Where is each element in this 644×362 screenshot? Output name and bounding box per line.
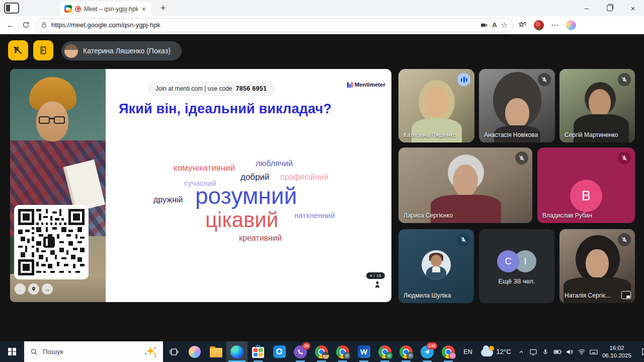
profile-letter: о — [385, 352, 393, 359]
overflow-tile[interactable]: C I Ещё 38 чел. — [479, 229, 554, 303]
taskbar-chrome-profile-1[interactable] — [311, 341, 332, 362]
outlook-icon: O — [273, 345, 286, 358]
favorites-bar-icon[interactable] — [518, 21, 527, 29]
tray-keyboard[interactable] — [588, 341, 600, 362]
door-icon — [39, 46, 48, 55]
wordcloud-word: добрий — [240, 173, 270, 182]
tray-expand-button[interactable] — [515, 341, 527, 362]
participant-name: Катерина Ляшенко — [404, 131, 456, 138]
taskbar-telegram[interactable]: 248 — [417, 341, 438, 362]
taskbar-viber[interactable]: 38 — [290, 341, 311, 362]
grid-slash-icon — [13, 45, 23, 55]
folder-icon — [210, 348, 222, 357]
mic-off-icon — [515, 152, 528, 165]
weather-widget[interactable]: 12°C — [477, 341, 515, 362]
address-bar[interactable]: https://meet.google.com/qsn-ygpj-hpk A ☆ — [35, 18, 513, 32]
search-placeholder: Пошук — [43, 348, 139, 355]
mentimeter-logo-icon — [347, 82, 353, 88]
restore-button[interactable] — [599, 0, 621, 16]
taskbar-edge[interactable] — [226, 341, 248, 362]
extension-button-attendance[interactable] — [8, 40, 28, 60]
presenter-name: Катерина Ляшенко (Показ) — [83, 47, 171, 55]
clock-time: 16:02 — [610, 344, 624, 351]
taskbar-chrome-profile-2[interactable]: л — [332, 341, 353, 362]
store-icon — [252, 347, 264, 358]
camera-in-use-icon[interactable] — [480, 21, 488, 29]
taskbar-word[interactable]: W — [353, 341, 374, 362]
notification-center-button[interactable]: 2 — [634, 341, 644, 362]
mic-off-icon — [457, 233, 470, 246]
participant-tile[interactable]: Людмила Шуліка — [398, 229, 474, 303]
taskbar-outlook[interactable]: O — [269, 341, 290, 362]
join-instructions: Join at menti.com | use code 7856 6951 — [149, 82, 273, 95]
taskbar-chrome-profile-3[interactable]: о — [374, 341, 395, 362]
tray-volume[interactable] — [564, 341, 576, 362]
wifi-icon — [578, 348, 586, 356]
taskbar-copilot[interactable] — [184, 341, 205, 362]
participant-tile[interactable]: Анастасія Новікова — [479, 69, 555, 142]
taskbar-store[interactable] — [248, 341, 269, 362]
start-button[interactable] — [0, 341, 24, 362]
tray-microphone[interactable] — [539, 341, 551, 362]
browser-toolbar: ← https://meet.google.com/qsn-ygpj-hpk A… — [0, 16, 644, 34]
taskbar-search[interactable]: Пошук — [24, 341, 163, 362]
browser-tab[interactable]: Meet – qsn-ygpj-hpk × — [60, 2, 151, 16]
chrome-icon: л — [336, 345, 349, 358]
pip-icon[interactable] — [621, 291, 631, 299]
taskbar-chrome-profile-4[interactable]: л — [395, 341, 417, 362]
back-button[interactable]: ← — [3, 18, 18, 32]
participant-tile[interactable]: Наталія Сергіє... — [559, 229, 635, 303]
task-view-icon — [169, 347, 179, 357]
participant-name: Владислав Рубан — [542, 212, 592, 219]
participant-tile[interactable]: Сергій Мартиненко — [559, 69, 635, 142]
tray-wifi[interactable] — [576, 341, 588, 362]
wordcloud-word: люблячий — [256, 159, 293, 168]
slide-pointer-button[interactable] — [28, 283, 39, 295]
browser-titlebar: Meet – qsn-ygpj-hpk × + – × — [0, 0, 644, 16]
mentimeter-logo-text: Mentimeter — [355, 82, 385, 88]
participant-name: Лариса Сергієнко — [404, 212, 453, 219]
tab-title: Meet – qsn-ygpj-hpk — [84, 6, 138, 13]
participant-tile[interactable]: В Владислав Рубан — [537, 148, 635, 223]
url-text: https://meet.google.com/qsn-ygpj-hpk — [51, 21, 476, 29]
extension-button-door[interactable] — [33, 40, 53, 60]
close-window-button[interactable]: × — [622, 0, 644, 16]
slide-next-button[interactable]: → — [42, 283, 53, 295]
recording-indicator-icon — [75, 6, 81, 12]
read-aloud-icon[interactable]: A — [492, 21, 497, 29]
participant-tile[interactable]: Лариса Сергієнко — [398, 148, 532, 223]
language-indicator[interactable]: EN — [459, 341, 477, 362]
search-icon — [30, 348, 38, 355]
participant-avatar — [422, 250, 451, 279]
settings-more-button[interactable]: ⋯ — [551, 20, 559, 30]
lock-icon — [41, 22, 47, 28]
taskbar-explorer[interactable] — [205, 341, 226, 362]
meet-content: Катерина Ляшенко (Показ) — [0, 34, 644, 341]
shared-presentation[interactable]: ← → Join at menti.com | use code 7856 69… — [10, 69, 391, 302]
taskbar-chrome-profile-5[interactable] — [438, 341, 459, 362]
tray-battery[interactable] — [551, 341, 564, 362]
new-tab-button[interactable]: + — [157, 3, 169, 14]
tray-display[interactable] — [527, 341, 539, 362]
keyboard-icon — [589, 347, 598, 356]
overflow-count-label: Ещё 38 чел. — [479, 277, 554, 285]
workspaces-icon[interactable] — [4, 3, 19, 14]
profile-avatar — [449, 352, 456, 359]
temperature: 12°C — [496, 348, 511, 355]
participant-avatar: В — [570, 180, 602, 212]
refresh-button[interactable] — [18, 18, 33, 32]
wordcloud-word: розумний — [195, 183, 297, 209]
task-view-button[interactable] — [163, 341, 184, 362]
presenter-banner[interactable]: Катерина Ляшенко (Показ) — [61, 41, 182, 60]
slide-prev-button[interactable]: ← — [15, 283, 26, 295]
extension-rose-icon[interactable] — [534, 20, 544, 30]
tab-close-button[interactable]: × — [141, 5, 147, 13]
minimize-button[interactable]: – — [576, 0, 598, 16]
copilot-icon — [189, 346, 201, 358]
wordcloud-word: дружній — [153, 195, 183, 204]
copilot-icon[interactable] — [566, 20, 576, 30]
taskbar-clock[interactable]: 16:02 06.10.2025 — [600, 341, 634, 362]
participant-tile[interactable]: Катерина Ляшенко — [398, 69, 474, 142]
favorite-star-icon[interactable]: ☆ — [501, 21, 508, 30]
wordcloud-word: натхненний — [294, 211, 335, 220]
